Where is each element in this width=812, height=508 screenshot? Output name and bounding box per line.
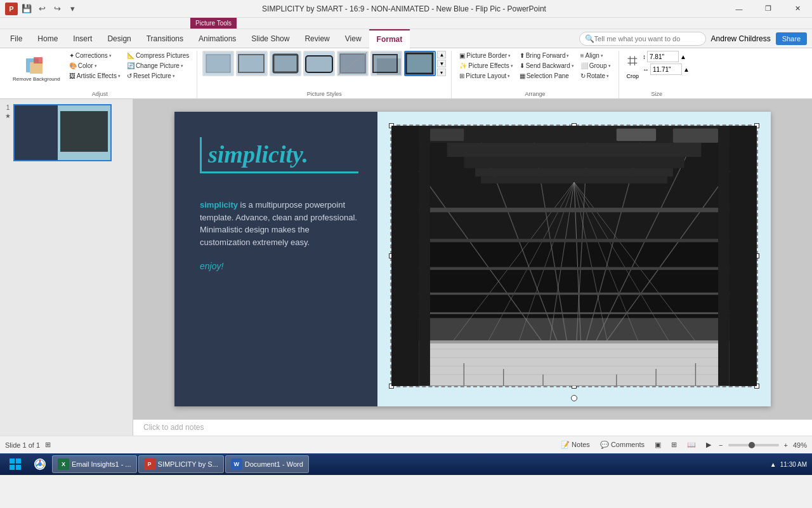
taskbar-ppt[interactable]: P SIMPLICITY by S... xyxy=(138,455,224,473)
tab-review[interactable]: Review xyxy=(297,29,337,48)
bridge-svg xyxy=(391,126,757,386)
status-right: 📝 Notes 💬 Comments ▣ ⊞ 📖 ▶ − + 49% xyxy=(558,439,807,450)
svg-rect-65 xyxy=(10,458,15,464)
tab-home[interactable]: Home xyxy=(30,29,65,48)
taskbar-word[interactable]: W Document1 - Word xyxy=(225,455,309,473)
svg-rect-68 xyxy=(16,465,21,470)
svg-rect-61 xyxy=(419,293,730,295)
taskbar-excel[interactable]: X Email Insights1 - ... xyxy=(52,455,137,473)
svg-rect-29 xyxy=(447,143,702,157)
slide-show-button[interactable]: ▶ xyxy=(704,439,714,450)
close-button[interactable]: ✕ xyxy=(783,0,812,18)
style-thumb-3[interactable] xyxy=(270,51,301,76)
rotate-button[interactable]: ↻ Rotate ▾ xyxy=(578,71,613,81)
fit-icon[interactable]: ⊞ xyxy=(45,441,51,449)
reading-view-button[interactable]: 📖 xyxy=(684,439,698,450)
slide-sorter-button[interactable]: ⊞ xyxy=(669,439,679,450)
comments-button[interactable]: 💬 Comments xyxy=(598,439,647,450)
rotate-handle[interactable] xyxy=(571,395,577,401)
style-thumb-4[interactable] xyxy=(303,51,335,76)
picture-effects-button[interactable]: ✨ Picture Effects ▾ xyxy=(457,61,515,70)
color-button[interactable]: 🎨 Color ▾ xyxy=(67,61,123,70)
style-thumb-6[interactable] xyxy=(370,51,402,76)
send-backward-button[interactable]: ⬇ Send Backward ▾ xyxy=(517,61,577,70)
style-thumb-5[interactable] xyxy=(337,51,369,76)
zoom-out-icon[interactable]: − xyxy=(719,441,723,449)
minimize-button[interactable]: — xyxy=(724,0,754,18)
selection-pane-button[interactable]: ▦ Selection Pane xyxy=(517,71,577,81)
tab-transitions[interactable]: Transitions xyxy=(139,29,191,48)
corrections-button[interactable]: ✦ Corrections ▾ xyxy=(67,51,123,60)
adjust-col2: 📐 Compress Pictures 🔄 Change Picture ▾ ↺… xyxy=(124,51,192,81)
arrange-group-label: Arrange xyxy=(525,91,545,98)
tab-design[interactable]: Design xyxy=(100,29,138,48)
customize-button[interactable]: ▾ xyxy=(66,3,79,15)
undo-button[interactable]: ↩ xyxy=(36,3,48,15)
crop-label: Crop xyxy=(627,73,639,79)
save-button[interactable]: 💾 xyxy=(20,3,33,15)
height-input[interactable] xyxy=(647,51,679,62)
style-thumb-1[interactable] xyxy=(202,51,234,76)
notes-button[interactable]: 📝 Notes xyxy=(558,439,593,450)
notes-area[interactable]: Click to add notes xyxy=(133,419,812,436)
group-button[interactable]: ⬜ Group ▾ xyxy=(578,61,613,70)
search-input[interactable] xyxy=(594,35,696,43)
artistic-effects-button[interactable]: 🖼 Artistic Effects ▾ xyxy=(67,71,123,81)
image-container[interactable] xyxy=(390,124,758,387)
tabs-bar: File Home Insert Design Transitions Anim… xyxy=(0,29,812,48)
svg-rect-63 xyxy=(419,126,430,386)
remove-background-button[interactable]: Remove Background xyxy=(8,51,65,85)
bring-forward-button[interactable]: ⬆ Bring Forward ▾ xyxy=(517,51,577,60)
tab-slide-show[interactable]: Slide Show xyxy=(244,29,297,48)
tab-animations[interactable]: Animations xyxy=(191,29,244,48)
normal-view-button[interactable]: ▣ xyxy=(652,439,664,450)
change-picture-button[interactable]: 🔄 Change Picture ▾ xyxy=(124,61,192,70)
restore-button[interactable]: ❐ xyxy=(754,0,783,18)
picture-border-button[interactable]: ▣ Picture Border ▾ xyxy=(457,51,515,60)
user-area: Andrew Childress xyxy=(711,34,771,43)
group-icon: ⬜ xyxy=(580,62,588,69)
artistic-effects-icon: 🖼 xyxy=(69,72,75,79)
search-box[interactable]: 🔍 xyxy=(579,32,706,46)
slide-left-panel: simplicity. simplicity is a multipurpose… xyxy=(174,112,377,406)
arrange-col1: ▣ Picture Border ▾ ✨ Picture Effects ▾ ⊞… xyxy=(457,51,515,81)
zoom-level[interactable]: 49% xyxy=(793,441,807,449)
gallery-down[interactable]: ▼ xyxy=(437,60,446,67)
svg-rect-60 xyxy=(419,267,730,270)
gallery-up[interactable]: ▲ xyxy=(437,51,446,58)
gallery-more[interactable]: ▾ xyxy=(437,69,446,76)
slide-thumbnail-1[interactable] xyxy=(13,104,112,161)
adjust-col: ✦ Corrections ▾ 🎨 Color ▾ 🖼 Artistic Eff… xyxy=(67,51,123,81)
picture-styles-label: Picture Styles xyxy=(307,91,342,98)
tab-file[interactable]: File xyxy=(3,29,30,48)
taskbar-hide-icon[interactable]: ▲ xyxy=(770,461,776,468)
height-stepper-up[interactable]: ▲ xyxy=(680,53,686,60)
remove-bg-icon xyxy=(25,53,48,76)
ppt-icon: P xyxy=(144,458,155,470)
tab-view[interactable]: View xyxy=(337,29,369,48)
tab-format[interactable]: Format xyxy=(369,29,410,48)
ribbon-content: Remove Background ✦ Corrections ▾ 🎨 Colo… xyxy=(0,48,812,99)
picture-tools-label: Picture Tools xyxy=(190,18,237,29)
taskbar-chrome[interactable] xyxy=(29,455,51,473)
svg-rect-10 xyxy=(306,56,332,72)
style-thumb-7[interactable] xyxy=(404,51,436,76)
compress-pictures-button[interactable]: 📐 Compress Pictures xyxy=(124,51,192,60)
width-stepper-up[interactable]: ▲ xyxy=(683,66,690,73)
change-picture-icon: 🔄 xyxy=(127,62,134,69)
tab-insert[interactable]: Insert xyxy=(65,29,100,48)
zoom-slider[interactable] xyxy=(728,444,779,446)
zoom-in-icon[interactable]: + xyxy=(784,441,788,449)
picture-layout-button[interactable]: ⊞ Picture Layout ▾ xyxy=(457,71,515,81)
slide-canvas[interactable]: simplicity. simplicity is a multipurpose… xyxy=(174,112,771,406)
align-button[interactable]: ≡ Align ▾ xyxy=(578,51,613,60)
share-button[interactable]: Share xyxy=(776,32,807,45)
arrange-col3: ≡ Align ▾ ⬜ Group ▾ ↻ Rotate ▾ xyxy=(578,51,613,81)
reset-picture-button[interactable]: ↺ Reset Picture ▾ xyxy=(124,71,192,81)
comments-icon: 💬 xyxy=(600,441,609,448)
redo-button[interactable]: ↪ xyxy=(51,3,63,15)
start-button[interactable] xyxy=(3,455,28,473)
width-input[interactable] xyxy=(650,64,682,75)
height-icon: ↕ xyxy=(643,53,646,60)
style-thumb-2[interactable] xyxy=(236,51,268,76)
